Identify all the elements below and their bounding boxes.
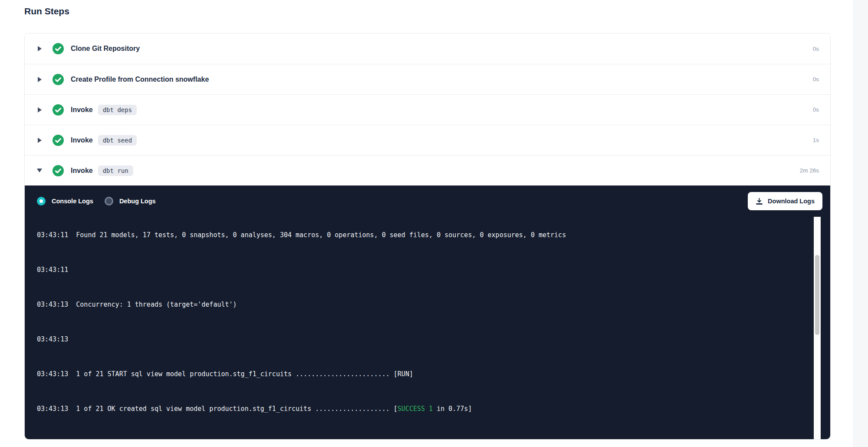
log-scrollbar-thumb[interactable]: [815, 255, 819, 335]
log-status-bracket: [: [394, 405, 398, 413]
step-command-badge: dbt run: [98, 166, 133, 176]
log-message: Found 21 models, 17 tests, 0 snapshots, …: [76, 231, 566, 239]
page-right-gutter: [853, 0, 868, 447]
step-command-badge: dbt seed: [98, 135, 137, 146]
log-lines: 03:43:11 Found 21 models, 17 tests, 0 sn…: [37, 217, 830, 439]
radio-console-logs[interactable]: Console Logs: [37, 197, 93, 205]
step-row[interactable]: Invoke dbt run 2m 26s: [25, 155, 830, 185]
page-title: Run Steps: [24, 6, 868, 17]
step-duration: 0s: [813, 46, 819, 52]
steps-list: Clone Git Repository 0s Create Profile f…: [25, 33, 830, 185]
radio-console-logs-label: Console Logs: [52, 198, 93, 205]
step-duration: 0s: [813, 76, 819, 83]
log-line: 03:43:13 1 of 21 START sql view model pr…: [37, 370, 830, 378]
step-title: Invoke: [71, 167, 93, 175]
step-row[interactable]: Invoke dbt seed 1s: [25, 125, 830, 155]
caret-icon[interactable]: [37, 45, 42, 52]
radio-unselected-icon[interactable]: [105, 197, 113, 205]
log-scrollbar-track[interactable]: [814, 217, 821, 439]
log-timestamp: 03:43:11: [37, 266, 76, 274]
step-command-badge: dbt deps: [98, 105, 137, 115]
step-title: Create Profile from Connection snowflake: [71, 76, 209, 83]
download-logs-label: Download Logs: [768, 198, 815, 205]
run-steps-page: Run Steps Clone Git Repository 0s Create…: [0, 0, 868, 440]
caret-icon[interactable]: [37, 137, 42, 144]
success-check-icon: [53, 104, 64, 116]
log-timestamp: 03:43:13: [37, 301, 76, 308]
download-icon: [756, 198, 763, 205]
caret-icon[interactable]: [37, 167, 42, 174]
console-log-viewport[interactable]: 03:43:11 Found 21 models, 17 tests, 0 sn…: [25, 217, 830, 439]
step-title: Clone Git Repository: [71, 45, 140, 53]
step-duration: 0s: [813, 106, 819, 113]
log-line: 03:43:11 Found 21 models, 17 tests, 0 sn…: [37, 231, 830, 239]
log-status-rest: in 0.77s]: [433, 405, 472, 413]
step-title: Invoke: [71, 106, 93, 114]
run-steps-card: Clone Git Repository 0s Create Profile f…: [24, 33, 831, 440]
log-line: 03:43:13: [37, 335, 830, 344]
step-duration: 2m 26s: [800, 167, 819, 174]
caret-icon[interactable]: [37, 76, 42, 83]
step-row[interactable]: Create Profile from Connection snowflake…: [25, 64, 830, 94]
log-timestamp: 03:43:13: [37, 335, 76, 343]
step-row[interactable]: Invoke dbt deps 0s: [25, 94, 830, 125]
step-duration: 1s: [813, 137, 819, 143]
log-status-bracket: [RUN]: [394, 370, 413, 378]
success-check-icon: [53, 74, 64, 85]
step-row[interactable]: Clone Git Repository 0s: [25, 33, 830, 64]
radio-debug-logs[interactable]: Debug Logs: [105, 197, 156, 205]
success-check-icon: [53, 43, 64, 54]
success-check-icon: [53, 165, 64, 176]
log-line: 03:43:11: [37, 265, 830, 274]
caret-icon[interactable]: [37, 106, 42, 113]
log-message: 1 of 21 OK created sql view model produc…: [76, 405, 394, 413]
log-timestamp: 03:43:13: [37, 405, 76, 413]
success-check-icon: [53, 135, 64, 146]
log-panel: Console Logs Debug Logs Download Logs: [25, 185, 830, 439]
log-line: 03:43:13 1 of 21 OK created sql view mod…: [37, 404, 830, 413]
radio-debug-logs-label: Debug Logs: [119, 198, 156, 205]
log-toolbar: Console Logs Debug Logs Download Logs: [25, 185, 830, 217]
log-timestamp: 03:43:13: [37, 370, 76, 378]
log-timestamp: 03:43:11: [37, 231, 76, 239]
step-title: Invoke: [71, 136, 93, 144]
download-logs-button[interactable]: Download Logs: [748, 192, 822, 210]
log-message: 1 of 21 START sql view model production.…: [76, 370, 394, 378]
log-status-success: SUCCESS 1: [398, 405, 433, 413]
radio-selected-icon[interactable]: [37, 197, 46, 205]
log-line: 03:43:13 Concurrency: 1 threads (target=…: [37, 300, 830, 309]
log-message: Concurrency: 1 threads (target='default'…: [76, 301, 237, 308]
